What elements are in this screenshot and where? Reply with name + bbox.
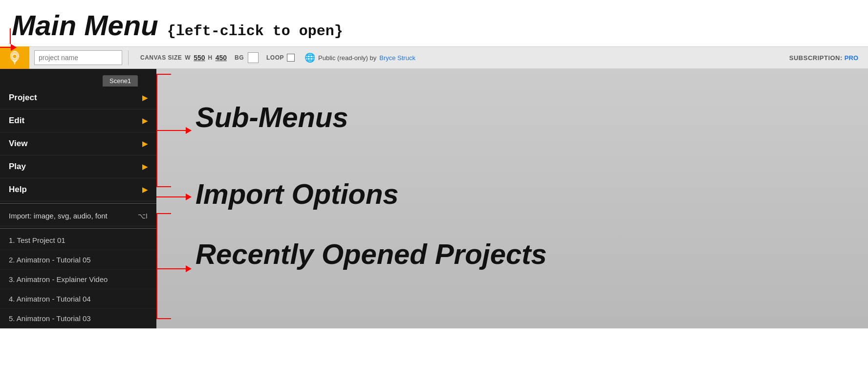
canvas-size-label: CANVAS SIZE (140, 54, 182, 61)
bracket-submenus-bottom (156, 186, 171, 187)
menu-item-help[interactable]: Help ▶ (0, 178, 156, 201)
logo-icon (6, 49, 23, 66)
menu-item-play[interactable]: Play ▶ (0, 155, 156, 178)
recent-project-1[interactable]: 1. Test Project 01 (0, 231, 156, 250)
menu-item-edit-label: Edit (9, 116, 24, 126)
menu-item-edit[interactable]: Edit ▶ (0, 109, 156, 132)
toolbar-divider-1 (128, 50, 129, 65)
menu-arrow-edit: ▶ (142, 117, 148, 125)
menu-arrow-help: ▶ (142, 186, 148, 194)
recent-project-5[interactable]: 5. Animatron - Tutorial 03 (0, 309, 156, 328)
public-group: 🌐 Public (read-only) by Bryce Struck (304, 52, 415, 63)
menu-item-import[interactable]: Import: image, svg, audio, font ⌥I (0, 206, 156, 226)
bracket-recent-top (156, 213, 171, 214)
loop-label: LOOP (266, 54, 284, 61)
menu-item-project-label: Project (9, 93, 37, 103)
title-subtitle: {left-click to open} (167, 23, 343, 40)
canvas-width-value[interactable]: 550 (194, 54, 205, 62)
menu-arrow-play: ▶ (142, 163, 148, 171)
recent-annotation-label: Recently Opened Projects (195, 238, 547, 270)
submenus-annotation-label: Sub-Menus (195, 101, 348, 133)
import-arrow (156, 194, 192, 200)
canvas-area: Sub-Menus Import Options Recently Opened… (156, 69, 868, 328)
logo-arrow-annotation (0, 28, 17, 51)
loop-group: LOOP (266, 54, 295, 62)
dropdown-menu: Scene1 Project ▶ Edit ▶ View ▶ Play ▶ He… (0, 69, 156, 328)
project-name-input[interactable] (34, 50, 122, 65)
bg-color-swatch[interactable] (248, 52, 259, 63)
subscription-group: SUBSCRIPTION: PRO (789, 54, 858, 62)
globe-icon: 🌐 (304, 52, 315, 63)
menu-item-view-label: View (9, 139, 27, 149)
menu-item-play-label: Play (9, 162, 26, 172)
menu-item-project[interactable]: Project ▶ (0, 87, 156, 109)
import-shortcut: ⌥I (138, 212, 148, 220)
canvas-size-group: CANVAS SIZE W 550 H 450 (140, 54, 227, 62)
menu-item-help-label: Help (9, 185, 27, 195)
bg-group: BG (235, 52, 259, 63)
bracket-recent-bottom (156, 318, 171, 319)
menu-item-import-label: Import: image, svg, audio, font (9, 212, 108, 220)
menu-item-view[interactable]: View ▶ (0, 132, 156, 155)
svg-point-0 (13, 54, 17, 59)
subscription-label: SUBSCRIPTION: (789, 54, 843, 62)
menu-arrow-view: ▶ (142, 140, 148, 148)
toolbar: CANVAS SIZE W 550 H 450 BG LOOP 🌐 Public… (0, 46, 868, 69)
canvas-w-label: W (185, 54, 191, 61)
import-annotation-label: Import Options (195, 177, 399, 210)
bg-label: BG (235, 54, 244, 61)
menu-divider-1 (0, 203, 156, 204)
scene-tab[interactable]: Scene1 (103, 75, 138, 87)
author-link[interactable]: Bryce Struck (379, 54, 415, 62)
canvas-height-value[interactable]: 450 (216, 54, 227, 62)
subscription-value: PRO (845, 54, 858, 62)
content-area: Scene1 Project ▶ Edit ▶ View ▶ Play ▶ He… (0, 69, 868, 328)
recent-arrow (156, 265, 192, 272)
recent-project-2[interactable]: 2. Animatron - Tutorial 05 (0, 250, 156, 270)
bracket-submenus-top (156, 74, 171, 75)
main-title: Main Menu (12, 9, 158, 42)
recent-project-3[interactable]: 3. Animatron - Explainer Video (0, 270, 156, 289)
loop-checkbox[interactable] (287, 54, 295, 62)
recent-project-4[interactable]: 4. Animatron - Tutorial 04 (0, 289, 156, 309)
canvas-h-label: H (208, 54, 212, 61)
menu-arrow-project: ▶ (142, 94, 148, 102)
public-text: Public (read-only) by (318, 54, 376, 62)
submenus-arrow (156, 127, 192, 134)
page-title-area: Main Menu {left-click to open} (0, 0, 868, 46)
menu-divider-2 (0, 228, 156, 229)
